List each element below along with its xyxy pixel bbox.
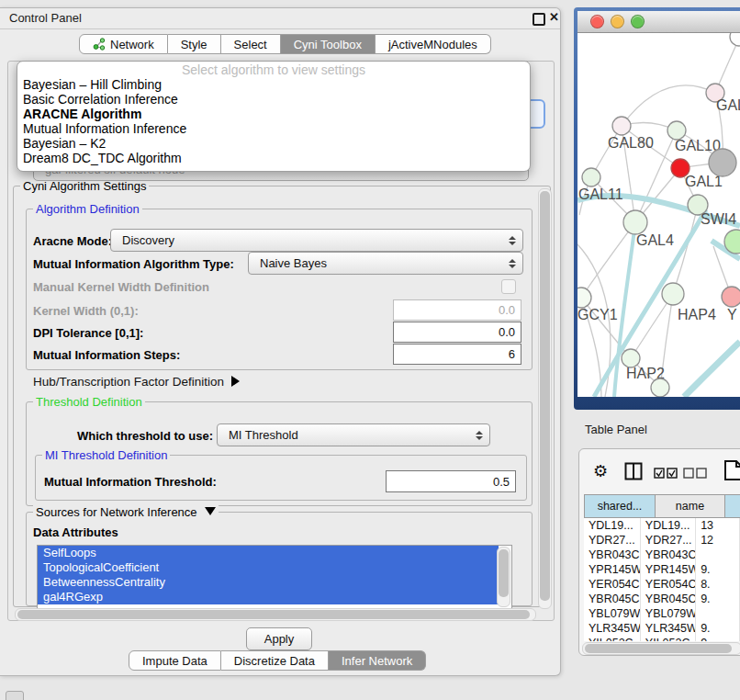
aracne-mode-combo[interactable]: Discovery [110,229,523,252]
attribute-item-selfloops[interactable]: SelfLoops [38,546,499,560]
table-row[interactable]: YPR145WYPR145W9. [584,562,740,577]
mi-algorithm-type-combo[interactable]: Naive Bayes [248,252,523,275]
algorithm-list: Bayesian – Hill ClimbingBasic Correlatio… [17,77,530,165]
tab-network[interactable]: Network [79,34,168,54]
table-row[interactable]: YDR27...YDR27...12 [584,533,740,548]
node-top-partial[interactable] [730,33,740,46]
algorithm-item-bayesian-hill-climbing[interactable]: Bayesian – Hill Climbing [17,77,530,92]
float-window-icon[interactable] [533,13,545,26]
table-row[interactable]: YBR043CYBR043C [584,548,740,562]
table-cell [696,548,740,562]
sources-group-toggle[interactable]: Sources for Network Inference [33,505,219,519]
node-gray-node[interactable] [709,149,736,176]
table-cell: YBR043C [584,548,641,562]
network-edge [622,85,715,126]
node-gal4[interactable] [623,210,647,234]
tab-label: Select [234,38,267,51]
network-graph: GALGAL80GAL10GAL1GAL11SWI4GAL4GCY1HAP4YH… [577,33,740,397]
tab-impute-data[interactable]: Impute Data [129,650,221,671]
table-row[interactable]: YLR345WYLR345W9. [584,621,740,636]
scrollbar-thumb[interactable] [17,610,530,619]
table-cell: YBL079W [584,606,641,621]
tab-jactivemnodules[interactable]: jActiveMNodules [376,34,491,54]
gear-icon[interactable]: ⚙ [593,461,608,481]
apply-button[interactable]: Apply [246,627,312,650]
checked-checkboxes-icon[interactable] [654,468,678,479]
node-gcy1[interactable] [577,288,591,308]
attribute-item-betweennesscentrality[interactable]: BetweennessCentrality [38,575,499,590]
unchecked-checkboxes-icon[interactable] [683,468,707,479]
network-edge-highlighted [684,342,740,397]
which-threshold-combo[interactable]: MI Threshold [217,423,490,446]
node-hap2[interactable] [622,349,640,367]
close-traffic-icon[interactable] [590,15,604,28]
control-panel-titlebar[interactable]: Control Panel ✕ [0,8,560,29]
tab-discretize-data[interactable]: Discretize Data [221,650,329,671]
tab-label: Cyni Toolbox [294,38,362,51]
dpi-tolerance-field[interactable]: 0.0 [393,322,521,343]
table-cell: YBR045C [584,592,641,606]
table-row[interactable]: YDL19...YDL19...13 [584,518,740,533]
attribute-list-scrollbar[interactable] [497,547,510,607]
table-cell: 9. [696,562,740,577]
page-icon[interactable] [723,459,740,481]
node-gal80[interactable] [612,117,631,135]
screen: Control Panel ✕ NetworkStyleSelectCyni T… [0,0,740,700]
network-window-titlebar[interactable] [577,11,740,33]
which-threshold-value: MI Threshold [229,428,298,442]
algorithm-item-bayesian-k2[interactable]: Bayesian – K2 [17,136,530,151]
threshold-definition-title: Threshold Definition [33,395,145,409]
tab-style[interactable]: Style [168,34,221,54]
network-canvas[interactable]: GALGAL80GAL10GAL1GAL11SWI4GAL4GCY1HAP4YH… [577,33,740,397]
table-row[interactable]: YIL052CYIL052C9 [584,636,740,641]
node-label-hap4: HAP4 [678,307,716,322]
settings-vertical-scrollbar[interactable] [538,188,552,609]
hub-section-toggle[interactable]: Hub/Transcription Factor Definition [33,375,240,389]
mi-threshold-field[interactable]: 0.5 [386,470,516,492]
algorithm-item-dream8-dc-tdc-algorithm[interactable]: Dream8 DC_TDC Algorithm [17,151,530,165]
settings-horizontal-scrollbar[interactable] [15,608,536,621]
tab-infer-network[interactable]: Infer Network [329,650,426,671]
node-label-gal4: GAL4 [636,232,674,248]
mi-algorithm-type-value: Naive Bayes [260,256,327,270]
algorithm-popup: Select algorithm to view settings Bayesi… [17,61,531,172]
node-label-gal-partial: GAL [716,97,740,113]
mi-steps-field[interactable]: 6 [393,344,521,365]
zoom-traffic-icon[interactable] [631,15,645,28]
node-hap4[interactable] [662,283,684,305]
tab-label: Impute Data [142,654,207,668]
node-gal10[interactable] [667,121,686,140]
close-icon[interactable]: ✕ [549,10,559,24]
node-bottom-partial[interactable] [651,378,669,397]
column-header-name[interactable]: name [656,494,725,518]
table-row[interactable]: YBL079WYBL079W [584,606,740,621]
table-row[interactable]: YER054CYER054C8. [584,577,740,592]
tab-label: Infer Network [342,654,412,668]
attribute-item-gal4rgexp[interactable]: gal4RGexp [38,590,499,604]
table-cell: 9. [696,621,740,636]
table-cell: YER054C [584,577,641,592]
attribute-item-topologicalcoefficient[interactable]: TopologicalCoefficient [38,560,499,575]
node-label-swi4: SWI4 [701,211,736,227]
table-cell: 9 [696,636,740,641]
split-columns-icon[interactable] [624,462,643,480]
table-row[interactable]: YBR045CYBR045C9. [584,592,740,606]
node-pink-right[interactable] [722,287,740,307]
table-body: YDL19...YDL19...13YDR27...YDR27...12YBR0… [584,518,740,641]
algorithm-item-basic-correlation-inference[interactable]: Basic Correlation Inference [17,92,530,107]
network-edge [673,205,698,294]
scrollbar-thumb[interactable] [540,191,550,601]
tab-select[interactable]: Select [221,34,281,54]
minimize-traffic-icon[interactable] [611,15,624,28]
node-gal11[interactable] [582,168,600,186]
tab-cyni-toolbox[interactable]: Cyni Toolbox [281,34,376,54]
algorithm-item-mutual-information-inference[interactable]: Mutual Information Inference [17,121,530,136]
table-horizontal-scrollbar[interactable] [582,642,740,655]
column-header-shared[interactable]: shared... [584,494,656,518]
table-cell: 9. [696,592,740,606]
scrollbar-thumb[interactable] [499,549,509,597]
algorithm-item-aracne-algorithm[interactable]: ARACNE Algorithm [17,107,530,121]
scrollbar-thumb[interactable] [585,644,732,653]
minimized-panel-chip[interactable] [6,691,24,700]
column-header-2[interactable] [725,494,740,518]
